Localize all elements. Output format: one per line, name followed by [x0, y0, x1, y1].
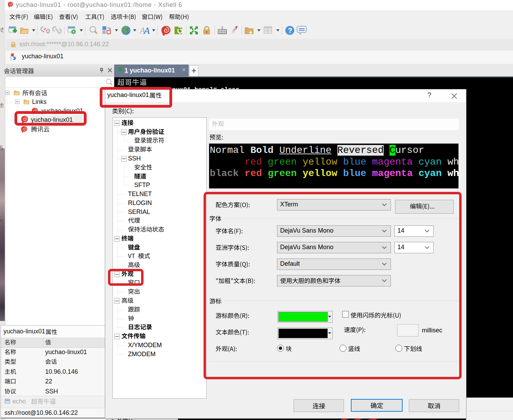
svg-text:A: A: [143, 26, 150, 35]
svg-text:?: ?: [288, 26, 292, 35]
